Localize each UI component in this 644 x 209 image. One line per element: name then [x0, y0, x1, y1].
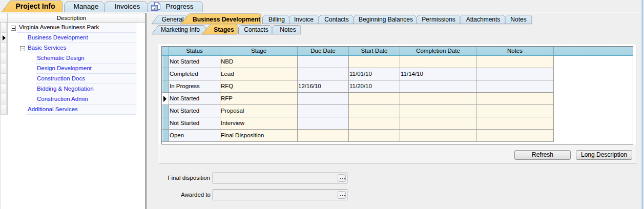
- svg-text:Contacts: Contacts: [244, 26, 268, 33]
- svg-text:Notes: Notes: [510, 16, 526, 23]
- svg-text:Invoices: Invoices: [115, 3, 140, 10]
- svg-text:Business Development: Business Development: [193, 16, 260, 23]
- svg-text:Invoice: Invoice: [294, 16, 314, 23]
- svg-text:Project Info: Project Info: [15, 2, 55, 10]
- svg-text:General: General: [162, 16, 184, 23]
- svg-text:Contacts: Contacts: [324, 16, 348, 23]
- svg-text:Progress: Progress: [165, 3, 193, 10]
- svg-text:Stages: Stages: [214, 26, 234, 33]
- svg-text:Marketing Info: Marketing Info: [161, 26, 200, 33]
- svg-text:Manage: Manage: [74, 3, 99, 10]
- svg-text:Notes: Notes: [280, 26, 296, 33]
- svg-text:Attachments: Attachments: [466, 16, 501, 23]
- svg-text:Beginning Balances: Beginning Balances: [359, 16, 413, 23]
- svg-text:Permissions: Permissions: [422, 16, 455, 23]
- svg-text:Billing: Billing: [268, 16, 285, 23]
